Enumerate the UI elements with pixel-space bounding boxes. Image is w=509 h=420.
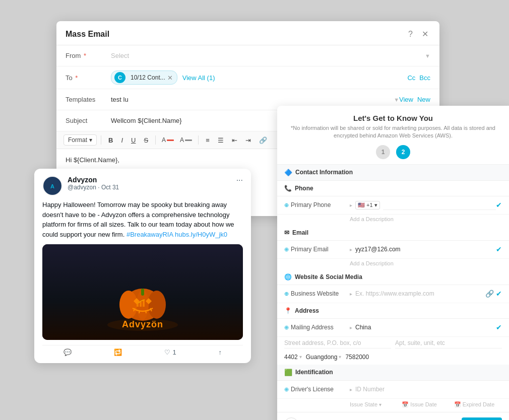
mailing-address-row: ⊕ Mailing Address ▸ China ✔ <box>277 319 509 337</box>
drivers-license-icon: ⊕ <box>284 386 289 393</box>
business-website-label: ⊕ Business Website <box>284 290 350 297</box>
tweet-link-2[interactable]: hubs.ly/H0yW_jk0 <box>175 231 227 238</box>
view-template-button[interactable]: View <box>399 96 413 103</box>
svg-rect-16 <box>143 300 145 307</box>
tweet-avatar: A <box>42 176 62 196</box>
mailing-address-label: ⊕ Mailing Address <box>284 324 350 331</box>
to-field: C 10/12 Cont... ✕ View All (1) <box>111 71 407 85</box>
street-address-1[interactable]: Street address, P.O. box, c/o <box>284 339 391 348</box>
bcc-button[interactable]: Bcc <box>419 74 430 82</box>
phone-flag[interactable]: 🇺🇸 +1 ▾ <box>355 201 380 209</box>
drivers-license-value: ▸ ID Number <box>350 386 502 393</box>
close-icon[interactable]: ✕ <box>420 28 430 40</box>
phone-flag-dropdown-icon: ▾ <box>374 202 377 208</box>
expired-date-field[interactable]: 📅 Expired Date <box>454 401 502 408</box>
email-icon: ✉ <box>284 229 289 236</box>
state-value[interactable]: Guangdong ▾ <box>306 354 342 361</box>
identification-detail-row: Issue State ▾ 📅 Issue Date 📅 Expired Dat… <box>277 399 509 412</box>
tweet-retweet-action[interactable]: 🔁 <box>114 348 122 356</box>
highlight-color-button[interactable]: A <box>178 135 194 145</box>
city-code[interactable]: 4402 ▾ <box>284 354 302 361</box>
tweet-like-action[interactable]: ♡ 1 <box>164 348 176 356</box>
email-flag-arrow: ▸ <box>350 247 352 252</box>
tweet-card: A Advyzon @advyzon · Oct 31 ··· Happy Ha… <box>34 169 251 363</box>
contact-tag-remove[interactable]: ✕ <box>167 74 173 82</box>
tweet-comment-action[interactable]: 💬 <box>63 348 72 356</box>
view-all-link[interactable]: View All (1) <box>182 74 215 82</box>
pumpkin-scene: Advyzön <box>42 244 243 340</box>
address-section: 📍 Address <box>277 303 509 319</box>
retweet-icon: 🔁 <box>114 348 122 356</box>
id-number-placeholder[interactable]: ID Number <box>355 386 385 393</box>
from-arrow: ▼ <box>425 53 430 59</box>
contact-info-icon: 🔷 <box>284 169 292 176</box>
tweet-header: A Advyzon @advyzon · Oct 31 ··· <box>42 176 243 196</box>
primary-email-icon: ⊕ <box>284 246 289 253</box>
issue-state-field[interactable]: Issue State ▾ <box>350 401 398 407</box>
toolbar-separator-1 <box>101 135 101 145</box>
format-dropdown[interactable]: Format ▾ <box>63 134 97 146</box>
cc-button[interactable]: Cc <box>407 74 415 82</box>
email-check-icon: ✔ <box>496 245 502 253</box>
tweet-share-action[interactable]: ↑ <box>219 348 222 356</box>
templates-label: Templates <box>66 96 111 103</box>
cc-bcc: Cc Bcc <box>407 74 430 82</box>
from-placeholder: Select <box>111 52 129 59</box>
underline-button[interactable]: U <box>128 135 139 146</box>
tweet-author-name: Advyzon <box>68 176 231 184</box>
phone-input[interactable] <box>383 200 496 210</box>
italic-button[interactable]: I <box>118 135 126 146</box>
font-color-button[interactable]: A <box>160 135 176 145</box>
from-label: From * <box>66 52 111 59</box>
bold-button[interactable]: B <box>105 135 116 146</box>
tweet-more-icon[interactable]: ··· <box>236 176 243 185</box>
back-button[interactable]: ‹ <box>284 417 298 420</box>
submit-button[interactable]: Submit <box>462 417 502 420</box>
ordered-list-button[interactable]: ≡ <box>203 135 213 146</box>
issue-date-field[interactable]: 📅 Issue Date <box>402 401 450 408</box>
street-address-2[interactable]: Apt, suite, unit, etc <box>395 339 502 348</box>
panel-header: Let's Get to Know You *No information wi… <box>277 106 509 165</box>
tweet-link-1[interactable]: #BreakawayRIA <box>126 231 173 238</box>
svg-rect-7 <box>141 289 144 296</box>
website-link-icon: 🔗 <box>485 290 494 298</box>
email-section: ✉ Email <box>277 225 509 241</box>
website-icon: 🌐 <box>284 273 292 281</box>
advyzon-logo-overlay: Advyzön <box>122 319 163 330</box>
phone-icon: 📞 <box>284 185 292 192</box>
new-template-button[interactable]: New <box>417 96 430 103</box>
from-field[interactable]: Select ▼ <box>111 52 430 59</box>
business-website-placeholder: Ex. https://www.example.com <box>355 290 434 297</box>
strikethrough-button[interactable]: S <box>141 135 151 146</box>
indent-button[interactable]: ⇥ <box>242 135 254 146</box>
issue-state-arrow: ▾ <box>379 402 381 407</box>
heart-icon: ♡ <box>164 348 170 356</box>
business-website-icon: ⊕ <box>284 291 289 297</box>
zip-value[interactable]: 7582000 <box>345 354 369 361</box>
modal-header: Mass Email ? ✕ <box>56 21 439 45</box>
contact-panel: Let's Get to Know You *No information wi… <box>277 106 509 420</box>
toolbar-separator-3 <box>198 135 199 145</box>
format-arrow-icon: ▾ <box>89 136 92 144</box>
phone-flag-arrow: ▸ <box>350 202 352 208</box>
svg-line-11 <box>139 310 140 313</box>
to-row: To * C 10/12 Cont... ✕ View All (1) Cc B… <box>56 66 439 89</box>
templates-field: test lu ▼ <box>111 96 399 103</box>
unordered-list-button[interactable]: ☰ <box>215 135 227 146</box>
primary-phone-icon: ⊕ <box>284 202 289 208</box>
help-icon[interactable]: ? <box>406 29 415 40</box>
primary-email-value: ▸ yyz17@126.com <box>350 246 496 253</box>
phone-check-icon: ✔ <box>496 201 502 209</box>
contact-badge: C <box>114 72 125 83</box>
mailing-address-icon: ⊕ <box>284 324 289 331</box>
to-label: To * <box>66 74 111 82</box>
link-button[interactable]: 🔗 <box>256 135 270 146</box>
svg-point-4 <box>119 291 138 319</box>
business-website-row: ⊕ Business Website ▸ Ex. https://www.exa… <box>277 285 509 303</box>
phone-description-label: Add a Description <box>277 215 509 225</box>
templates-arrow: ▼ <box>394 97 399 103</box>
contact-tag[interactable]: C 10/12 Cont... ✕ <box>111 71 177 85</box>
outdent-button[interactable]: ⇤ <box>229 135 240 146</box>
phone-section: 📞 Phone <box>277 181 509 196</box>
business-website-value: ▸ Ex. https://www.example.com <box>350 290 485 297</box>
